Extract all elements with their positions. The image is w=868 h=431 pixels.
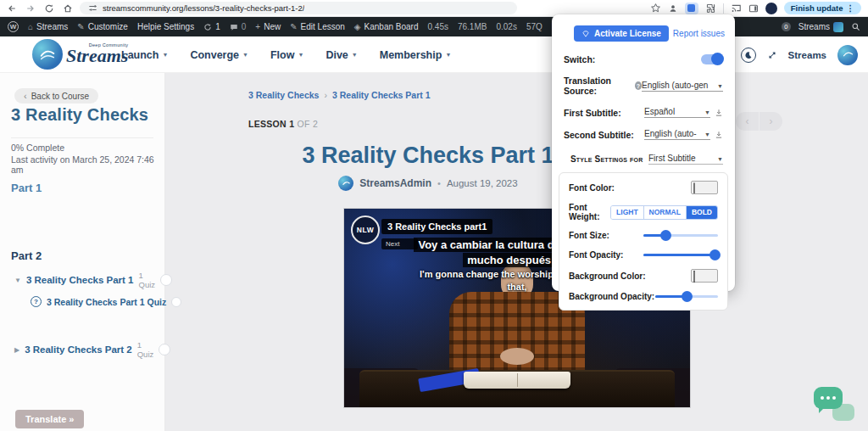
reload-icon[interactable] — [44, 3, 54, 14]
sidebar-item-lesson-1[interactable]: ▼ 3 Reality Checks Part 1 1 Quiz — [0, 271, 165, 289]
report-issues-link[interactable]: Report issues — [673, 29, 725, 38]
triangle-right-icon[interactable]: ▶ — [14, 346, 19, 354]
header-user-name[interactable]: Streams — [788, 50, 826, 60]
first-subtitle-select[interactable]: Español▼ — [644, 107, 710, 118]
url-text[interactable]: streamscommunity.org/lessons/3-reality-c… — [103, 3, 304, 13]
translation-source-select[interactable]: English (auto-gen▼ — [642, 81, 723, 92]
browser-profile-avatar[interactable] — [765, 3, 777, 14]
font-size-slider[interactable] — [643, 230, 718, 241]
font-color-swatch[interactable] — [691, 181, 718, 194]
slider-thumb[interactable] — [682, 291, 693, 302]
font-opacity-slider[interactable] — [643, 249, 718, 260]
address-bar[interactable]: streamscommunity.org/lessons/3-reality-c… — [80, 2, 517, 14]
translate-button[interactable]: Translate » — [15, 410, 84, 428]
font-weight-light-button[interactable]: LIGHT — [611, 206, 643, 219]
video-table — [359, 370, 675, 407]
font-weight-segmented: LIGHT NORMAL BOLD — [610, 205, 718, 220]
nav-dive[interactable]: Dive▼ — [326, 49, 357, 61]
subtitle-switch-toggle[interactable] — [701, 54, 723, 64]
quiz-count: 1 Quiz — [139, 271, 156, 289]
side-panel-icon[interactable] — [748, 3, 759, 14]
brush-icon: ✎ — [77, 23, 84, 31]
fullscreen-icon[interactable] — [767, 50, 777, 60]
dark-mode-toggle[interactable] — [741, 48, 756, 63]
triangle-down-icon[interactable]: ▼ — [14, 277, 21, 284]
header-user-avatar[interactable] — [837, 45, 858, 65]
sidebar-item-quiz-1[interactable]: ? 3 Reality Checks Part 1 Quiz — [0, 296, 165, 307]
notification-count[interactable]: 0 — [782, 22, 791, 31]
wp-kanban-link[interactable]: ◈Kanban Board — [354, 22, 419, 31]
bookmark-star-icon[interactable] — [650, 3, 661, 14]
background-opacity-label: Background Opacity: — [569, 292, 654, 301]
wp-logo-menu[interactable]: W — [8, 21, 19, 32]
wp-helpie-settings-link[interactable]: Helpie Settings — [137, 22, 194, 31]
wp-customize-link[interactable]: ✎Customize — [77, 22, 128, 31]
section-part-1[interactable]: Part 1 — [11, 182, 42, 194]
prev-lesson-button[interactable]: ‹ — [736, 112, 759, 131]
more-menu-icon[interactable]: ⋮ — [847, 3, 855, 13]
wp-edit-lesson-link[interactable]: ✎Edit Lesson — [290, 22, 345, 31]
completion-checkbox[interactable] — [171, 297, 181, 307]
background-color-label: Background Color: — [569, 271, 646, 281]
nav-membership[interactable]: Membership▼ — [380, 49, 452, 61]
chevron-left-icon: ‹ — [24, 91, 27, 101]
slider-thumb[interactable] — [660, 230, 671, 241]
question-icon: ? — [31, 296, 42, 307]
second-subtitle-select[interactable]: English (auto-▼ — [644, 129, 710, 140]
profile-pin-icon[interactable] — [668, 3, 678, 14]
home-icon[interactable] — [63, 3, 73, 14]
site-logo[interactable]: Deep Community Streams — [32, 39, 128, 70]
lesson-nav: ‹ › — [736, 112, 782, 131]
download-icon[interactable] — [715, 131, 723, 139]
back-to-course-button[interactable]: ‹Back to Course — [14, 88, 98, 104]
nav-converge[interactable]: Converge▼ — [190, 49, 248, 61]
finish-update-button[interactable]: Finish update ⋮ — [784, 2, 861, 14]
video-title-badge: 3 Reality Checks part1 — [381, 219, 492, 234]
info-icon[interactable]: ? — [635, 81, 642, 90]
cast-icon[interactable] — [731, 3, 742, 13]
breadcrumb-course-link[interactable]: 3 Reality Checks — [248, 90, 319, 100]
next-lesson-button[interactable]: › — [760, 112, 782, 131]
section-part-2[interactable]: Part 2 — [11, 249, 42, 262]
streams-logo-icon — [32, 39, 63, 70]
breadcrumb-lesson-link[interactable]: 3 Reality Checks Part 1 — [332, 90, 431, 100]
background-opacity-slider[interactable] — [655, 291, 718, 302]
sidebar-item-lesson-2[interactable]: ▶ 3 Reality Checks Part 2 1 Quiz — [0, 340, 165, 359]
download-icon[interactable] — [715, 109, 723, 117]
switch-label: Switch: — [564, 54, 595, 64]
caret-down-icon: ▼ — [717, 156, 723, 162]
wp-account-menu[interactable]: Streams — [798, 22, 843, 32]
subtitle-extension-icon[interactable] — [685, 3, 698, 14]
home-icon: ⌂ — [28, 23, 33, 31]
wp-site-menu[interactable]: ⌂Streams — [28, 22, 68, 31]
background-color-swatch[interactable] — [691, 269, 718, 283]
second-subtitle-label: Second Subtitle: — [564, 130, 634, 140]
plus-icon: + — [255, 23, 260, 31]
nav-flow[interactable]: Flow▼ — [270, 49, 303, 61]
chevron-down-icon: ▼ — [352, 52, 358, 58]
style-settings-card: Font Color: Font Weight: LIGHT NORMAL BO… — [559, 172, 728, 311]
font-weight-bold-button[interactable]: BOLD — [686, 206, 717, 219]
wp-updates-link[interactable]: 1 — [203, 22, 220, 31]
wp-new-menu[interactable]: +New — [255, 22, 281, 31]
forward-icon[interactable] — [25, 3, 36, 14]
update-icon — [203, 23, 212, 31]
back-icon[interactable] — [7, 3, 17, 14]
chat-widget-button[interactable] — [814, 387, 854, 421]
site-avatar — [833, 22, 843, 32]
site-settings-icon[interactable] — [88, 3, 97, 13]
author-name[interactable]: StreamsAdmin — [359, 177, 431, 189]
nav-launch[interactable]: Launch▼ — [121, 49, 168, 61]
perf-stat-time2: 0.02s — [496, 22, 516, 31]
extensions-puzzle-icon[interactable] — [705, 3, 716, 14]
chat-bubble-icon — [814, 387, 843, 409]
activate-license-button[interactable]: Activate License — [574, 25, 669, 42]
font-weight-normal-button[interactable]: NORMAL — [643, 206, 686, 219]
slider-thumb[interactable] — [709, 249, 721, 260]
search-icon[interactable] — [851, 22, 860, 31]
translation-source-label: Translation Source: — [564, 76, 632, 96]
wp-comments-link[interactable]: 0 — [230, 22, 247, 31]
style-settings-target-select[interactable]: First Subtitle▼ — [648, 154, 723, 165]
completion-checkbox[interactable] — [160, 274, 172, 286]
perf-stat-memory: 76.1MB — [458, 22, 487, 31]
